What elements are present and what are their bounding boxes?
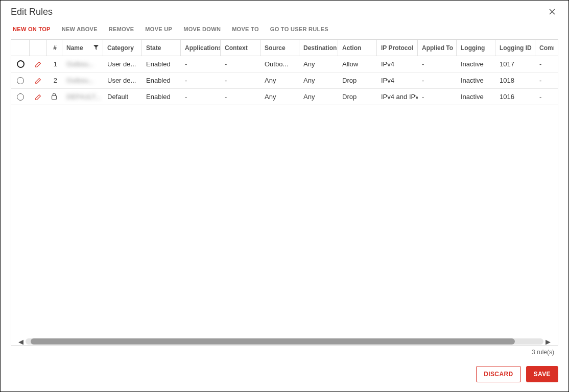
row-applications: -	[181, 89, 221, 105]
row-logging-id: 1016	[495, 89, 535, 105]
col-logging[interactable]: Logging	[457, 40, 495, 56]
row-applications: -	[181, 72, 221, 88]
row-name: Outbou...	[62, 56, 103, 72]
row-destination: Any	[299, 89, 338, 105]
row-state: Enabled	[142, 72, 181, 88]
edit-rules-dialog: Edit Rules NEW ON TOP NEW ABOVE REMOVE M…	[0, 0, 569, 392]
edit-row-button[interactable]	[30, 89, 47, 105]
radio-icon	[17, 77, 24, 84]
row-seq-or-lock: 1	[47, 56, 62, 72]
filter-icon[interactable]	[93, 44, 99, 52]
row-context: -	[221, 72, 260, 88]
col-ip-protocol[interactable]: IP Protocol	[377, 40, 418, 56]
row-applications: -	[181, 56, 221, 72]
row-context: -	[221, 89, 260, 105]
col-logging-id[interactable]: Logging ID	[495, 40, 535, 56]
toolbar: NEW ON TOP NEW ABOVE REMOVE MOVE UP MOVE…	[1, 21, 568, 39]
dialog-actions: DISCARD SAVE	[1, 359, 568, 391]
grid-body: 1Outbou...User de...Enabled--Outbo...Any…	[11, 56, 558, 338]
row-logging-id: 1017	[495, 56, 535, 72]
table-row[interactable]: 2Outbou...User de...Enabled--AnyAnyDropI…	[11, 72, 558, 89]
row-ip-protocol: IPv4	[377, 56, 418, 72]
scroll-left-icon[interactable]: ◀	[16, 338, 26, 346]
row-name: Outbou...	[62, 72, 103, 88]
row-name: DEFAULT...	[62, 89, 103, 105]
row-seq-or-lock: 2	[47, 72, 62, 88]
scroll-thumb[interactable]	[31, 338, 515, 345]
row-state: Enabled	[142, 89, 181, 105]
col-applied-to[interactable]: Applied To	[418, 40, 457, 56]
close-button[interactable]	[546, 6, 558, 18]
row-applied-to: -	[418, 72, 457, 88]
row-applied-to: -	[418, 56, 457, 72]
row-destination: Any	[299, 56, 338, 72]
save-button[interactable]: SAVE	[526, 366, 558, 382]
radio-icon	[17, 60, 25, 68]
dialog-header: Edit Rules	[1, 1, 568, 21]
lock-icon	[51, 93, 57, 101]
new-on-top-button[interactable]: NEW ON TOP	[13, 26, 51, 32]
row-destination: Any	[299, 72, 338, 88]
dialog-title: Edit Rules	[11, 7, 546, 17]
close-icon	[548, 8, 556, 16]
scroll-right-icon[interactable]: ▶	[543, 338, 553, 346]
col-select	[11, 40, 30, 56]
svg-rect-0	[52, 95, 57, 99]
row-category: User de...	[103, 56, 142, 72]
horizontal-scrollbar[interactable]: ◀ ▶	[11, 338, 558, 345]
row-action: Allow	[338, 56, 377, 72]
row-category: Default	[103, 89, 142, 105]
col-applications[interactable]: Applications	[181, 40, 221, 56]
move-to-button[interactable]: MOVE TO	[232, 26, 259, 32]
table-row[interactable]: 1Outbou...User de...Enabled--Outbo...Any…	[11, 56, 558, 72]
table-row[interactable]: DEFAULT...DefaultEnabled--AnyAnyDropIPv4…	[11, 89, 558, 105]
col-destination[interactable]: Destination	[299, 40, 338, 56]
row-select[interactable]	[11, 89, 30, 105]
row-count: 3 rule(s)	[1, 346, 568, 359]
row-logging: Inactive	[457, 89, 495, 105]
row-logging: Inactive	[457, 72, 495, 88]
row-state: Enabled	[142, 56, 181, 72]
col-edit	[30, 40, 47, 56]
col-name-label: Name	[66, 44, 83, 52]
col-action[interactable]: Action	[338, 40, 377, 56]
remove-button[interactable]: REMOVE	[109, 26, 134, 32]
scroll-track[interactable]	[26, 338, 543, 345]
row-comments: -	[535, 72, 554, 88]
rules-grid: # Name Category State Applications Conte…	[11, 39, 558, 346]
col-seq[interactable]: #	[47, 40, 62, 56]
col-source[interactable]: Source	[260, 40, 299, 56]
row-action: Drop	[338, 89, 377, 105]
row-seq: 2	[54, 77, 57, 84]
row-select[interactable]	[11, 56, 30, 72]
col-category[interactable]: Category	[103, 40, 142, 56]
col-comments[interactable]: Comm	[535, 40, 554, 56]
row-logging: Inactive	[457, 56, 495, 72]
row-seq-or-lock	[47, 89, 62, 105]
move-down-button[interactable]: MOVE DOWN	[183, 26, 221, 32]
discard-button[interactable]: DISCARD	[476, 366, 520, 382]
row-source: Outbo...	[260, 56, 299, 72]
new-above-button[interactable]: NEW ABOVE	[62, 26, 98, 32]
row-select[interactable]	[11, 72, 30, 88]
row-logging-id: 1018	[495, 72, 535, 88]
row-ip-protocol: IPv4 and IPv	[377, 89, 418, 105]
col-state[interactable]: State	[142, 40, 181, 56]
radio-icon	[17, 93, 24, 101]
row-context: -	[221, 56, 260, 72]
edit-row-button[interactable]	[30, 72, 47, 88]
move-up-button[interactable]: MOVE UP	[145, 26, 172, 32]
col-context[interactable]: Context	[221, 40, 260, 56]
row-category: User de...	[103, 72, 142, 88]
row-source: Any	[260, 72, 299, 88]
grid-header: # Name Category State Applications Conte…	[11, 40, 558, 56]
row-comments: -	[535, 89, 554, 105]
row-ip-protocol: IPv4	[377, 72, 418, 88]
row-action: Drop	[338, 72, 377, 88]
row-comments: -	[535, 56, 554, 72]
edit-row-button[interactable]	[30, 56, 47, 72]
go-to-user-rules-button[interactable]: GO TO USER RULES	[270, 26, 328, 32]
row-applied-to: -	[418, 89, 457, 105]
col-name[interactable]: Name	[62, 40, 103, 56]
row-source: Any	[260, 89, 299, 105]
